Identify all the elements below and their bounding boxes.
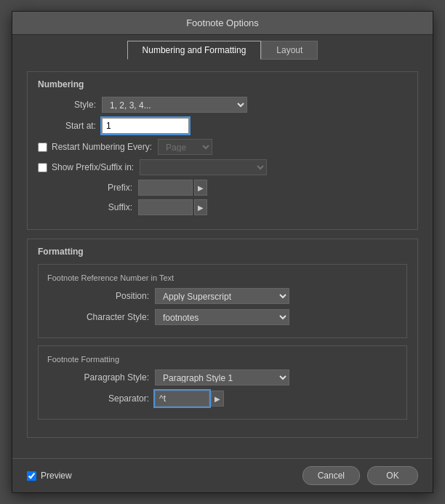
para-style-label: Paragraph Style: (47, 372, 149, 383)
footnote-ref-subtitle: Footnote Reference Number in Text (47, 273, 398, 282)
footnote-ref-subsection: Footnote Reference Number in Text Positi… (38, 264, 407, 338)
footnote-formatting-subsection: Footnote Formatting Paragraph Style: Par… (38, 345, 407, 420)
show-prefix-row: Show Prefix/Suffix in: (38, 159, 407, 175)
para-style-select[interactable]: Paragraph Style 1 [None] Basic Paragraph (155, 369, 289, 385)
start-at-row: Start at: (38, 118, 407, 134)
show-prefix-checkbox[interactable] (38, 163, 47, 172)
content-area: Numbering Style: 1, 2, 3, 4... i, ii, ii… (12, 60, 433, 458)
position-label: Position: (47, 291, 149, 301)
prefix-label: Prefix: (38, 183, 132, 193)
suffix-arrow-button[interactable]: ▶ (194, 199, 207, 215)
prefix-row: Prefix: ▶ (38, 180, 407, 196)
show-prefix-select[interactable] (140, 159, 267, 175)
char-style-select[interactable]: footnotes [None] (155, 309, 289, 325)
tab-layout[interactable]: Layout (261, 41, 318, 60)
formatting-section-title: Formatting (38, 247, 407, 257)
restart-numbering-checkbox[interactable] (38, 143, 47, 152)
restart-numbering-row: Restart Numbering Every: Page Spread Sec… (38, 139, 407, 155)
start-at-input[interactable] (102, 118, 189, 134)
separator-arrow-button[interactable]: ▶ (211, 391, 224, 407)
char-style-row: Character Style: footnotes [None] (47, 309, 398, 325)
prefix-input[interactable] (138, 180, 193, 196)
separator-label: Separator: (47, 393, 149, 404)
footnote-formatting-subtitle: Footnote Formatting (47, 355, 398, 364)
cancel-button[interactable]: Cancel (302, 466, 360, 485)
dialog-title: Footnote Options (186, 17, 259, 28)
para-style-row: Paragraph Style: Paragraph Style 1 [None… (47, 369, 398, 385)
tab-numbering-formatting[interactable]: Numbering and Formatting (127, 41, 262, 60)
footer: Preview Cancel OK (12, 458, 433, 492)
style-row: Style: 1, 2, 3, 4... i, ii, iii, iv... I… (38, 97, 407, 113)
title-bar: Footnote Options (12, 12, 433, 35)
show-prefix-label: Show Prefix/Suffix in: (52, 162, 134, 172)
button-group: Cancel OK (302, 466, 418, 485)
restart-every-select[interactable]: Page Spread Section (158, 139, 212, 155)
numbering-section: Numbering Style: 1, 2, 3, 4... i, ii, ii… (27, 71, 418, 230)
suffix-label: Suffix: (38, 202, 132, 212)
preview-checkbox[interactable] (27, 471, 36, 481)
separator-input[interactable] (155, 391, 209, 407)
dialog: Footnote Options Numbering and Formattin… (12, 11, 433, 493)
position-row: Position: Apply Superscript Apply Subscr… (47, 288, 398, 304)
char-style-label: Character Style: (47, 312, 149, 322)
preview-check-group: Preview (27, 471, 72, 481)
style-label: Style: (38, 100, 96, 110)
suffix-row: Suffix: ▶ (38, 199, 407, 215)
prefix-arrow-button[interactable]: ▶ (194, 180, 207, 196)
restart-check-group: Restart Numbering Every: (38, 142, 152, 152)
style-select[interactable]: 1, 2, 3, 4... i, ii, iii, iv... I, II, I… (102, 97, 247, 113)
ok-button[interactable]: OK (367, 466, 418, 485)
tab-bar: Numbering and Formatting Layout (12, 35, 433, 60)
numbering-section-title: Numbering (38, 79, 407, 89)
position-select[interactable]: Apply Superscript Apply Subscript Use Ru… (155, 288, 289, 304)
preview-label: Preview (41, 471, 72, 481)
formatting-section: Formatting Footnote Reference Number in … (27, 239, 418, 438)
start-at-label: Start at: (38, 121, 96, 131)
separator-row: Separator: ▶ (47, 391, 398, 407)
restart-numbering-label: Restart Numbering Every: (52, 142, 152, 152)
suffix-input[interactable] (138, 199, 193, 215)
